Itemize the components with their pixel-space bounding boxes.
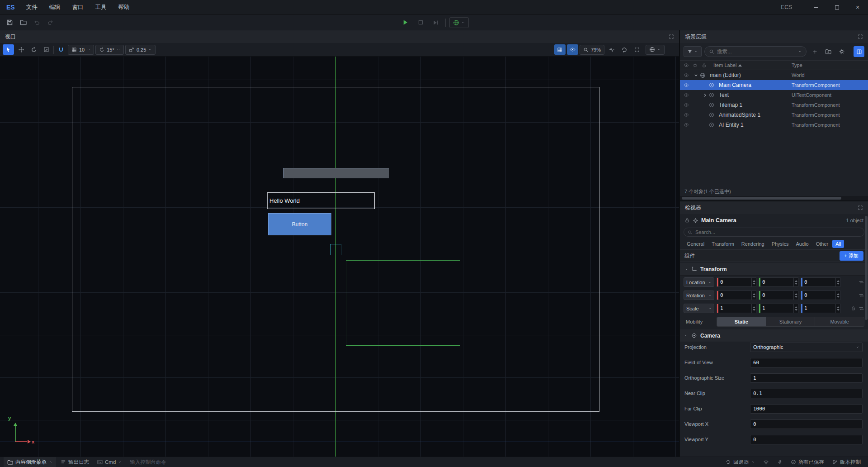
step-button[interactable]	[430, 17, 442, 28]
location-z-field[interactable]	[801, 277, 840, 287]
microphone-button[interactable]	[774, 459, 786, 465]
scale-snap-dropdown[interactable]: 0.25	[125, 45, 156, 55]
visibility-eye-icon[interactable]	[684, 112, 693, 118]
tab-audio[interactable]: Audio	[793, 240, 812, 248]
world-mode-dropdown[interactable]	[449, 17, 469, 28]
rotation-dropdown[interactable]: Rotation	[684, 291, 714, 300]
viewport-y-field[interactable]	[750, 435, 863, 444]
near-clip-field[interactable]	[750, 389, 863, 398]
save-status-button[interactable]: 所有已保存	[787, 459, 828, 466]
fov-input[interactable]	[753, 360, 859, 366]
column-type[interactable]: Type	[792, 62, 868, 68]
select-tool-button[interactable]	[3, 44, 14, 55]
visibility-eye-icon[interactable]	[684, 102, 693, 108]
ortho-size-field[interactable]	[750, 373, 863, 383]
hierarchy-row-tilemap[interactable]: Tilemap 1 TransformComponent	[680, 100, 868, 110]
inspector-search-input[interactable]	[695, 229, 860, 235]
scale-y-field[interactable]	[759, 304, 798, 313]
far-clip-input[interactable]	[753, 406, 859, 412]
hierarchy-maximize-button[interactable]	[858, 34, 863, 39]
visibility-column-icon[interactable]	[684, 62, 693, 68]
projection-select[interactable]: Orthographic	[750, 343, 863, 352]
scene-canvas[interactable]: Hello World Button x y	[0, 57, 679, 457]
spinner[interactable]	[793, 278, 798, 286]
fov-field[interactable]	[750, 358, 863, 367]
reset-scale-button[interactable]	[859, 305, 864, 311]
hierarchy-row-ai-entity[interactable]: AI Entity 1 TransformComponent	[680, 120, 868, 130]
hierarchy-row-main-camera[interactable]: Main Camera TransformComponent	[680, 80, 868, 90]
menu-file[interactable]: 文件	[20, 0, 43, 14]
spinner[interactable]	[751, 291, 756, 300]
favorite-column-icon[interactable]	[693, 63, 702, 68]
viewport-x-input[interactable]	[753, 421, 859, 427]
output-log-button[interactable]: 输出日志	[57, 457, 93, 467]
version-control-button[interactable]: 版本控制	[829, 459, 864, 466]
ortho-size-input[interactable]	[753, 375, 859, 381]
filter-dropdown[interactable]	[684, 46, 702, 57]
hierarchy-row-text[interactable]: Text UITextComponent	[680, 90, 868, 100]
menu-edit[interactable]: 编辑	[43, 0, 66, 14]
rotation-z-field[interactable]	[801, 291, 840, 300]
tab-general[interactable]: General	[684, 240, 708, 248]
visibility-eye-icon[interactable]	[684, 72, 693, 78]
open-button[interactable]	[17, 17, 29, 28]
hierarchy-search[interactable]	[704, 46, 807, 57]
transform-section-header[interactable]: Transform	[680, 263, 868, 276]
menu-help[interactable]: 帮助	[113, 0, 136, 14]
spinner[interactable]	[835, 304, 840, 313]
hierarchy-settings-button[interactable]	[836, 46, 847, 57]
location-x-input[interactable]	[718, 279, 751, 285]
network-status-button[interactable]	[760, 459, 773, 465]
near-clip-input[interactable]	[753, 391, 859, 396]
panel-layout-button[interactable]	[854, 46, 864, 57]
location-x-field[interactable]	[717, 277, 756, 287]
add-component-button[interactable]: + 添加	[840, 251, 863, 261]
console-command-input[interactable]: 输入控制台命令	[126, 457, 170, 467]
mobility-stationary-button[interactable]: Stationary	[766, 317, 816, 326]
move-tool-button[interactable]	[15, 44, 27, 55]
lock-column-icon[interactable]	[702, 63, 711, 68]
viewport-x-field[interactable]	[750, 419, 863, 429]
zoom-indicator[interactable]: 79%	[580, 45, 604, 55]
rotation-x-input[interactable]	[718, 292, 751, 298]
rotation-y-input[interactable]	[760, 292, 793, 298]
scale-z-field[interactable]	[801, 304, 840, 313]
mobility-movable-button[interactable]: Movable	[815, 317, 864, 326]
column-item-label[interactable]: Item Label	[711, 62, 792, 68]
add-folder-button[interactable]	[823, 46, 834, 57]
play-button[interactable]	[399, 17, 411, 28]
camera-section-header[interactable]: Camera	[680, 329, 868, 342]
stop-button[interactable]	[415, 17, 426, 28]
spinner[interactable]	[793, 291, 798, 300]
visibility-eye-icon[interactable]	[684, 92, 693, 98]
spinner[interactable]	[751, 278, 756, 286]
scrollbar-thumb[interactable]	[682, 197, 841, 200]
scale-x-field[interactable]	[717, 304, 756, 313]
view-mode-dropdown[interactable]	[646, 45, 665, 55]
location-y-input[interactable]	[760, 279, 793, 285]
hierarchy-search-input[interactable]	[717, 49, 796, 54]
selection-box[interactable]	[330, 244, 341, 255]
show-grid-toggle[interactable]	[554, 44, 566, 55]
reset-rotation-button[interactable]	[859, 292, 864, 298]
save-button[interactable]	[4, 17, 15, 28]
maximize-button[interactable]	[826, 0, 847, 14]
cmd-dropdown[interactable]: Cmd	[94, 457, 125, 467]
tab-rendering[interactable]: Rendering	[738, 240, 768, 248]
add-entity-button[interactable]	[809, 46, 820, 57]
rollback-dropdown[interactable]: 回退器	[722, 459, 759, 466]
slider-widget[interactable]	[283, 168, 389, 178]
stats-button[interactable]	[606, 44, 617, 55]
text-widget[interactable]: Hello World	[267, 192, 375, 209]
expand-collapse-icon[interactable]	[693, 73, 699, 77]
content-drawer-button[interactable]: 内容侧滑菜单	[4, 457, 56, 467]
viewport-y-input[interactable]	[753, 437, 859, 443]
tab-physics[interactable]: Physics	[769, 240, 792, 248]
uniform-scale-lock-button[interactable]	[851, 306, 856, 311]
hierarchy-horizontal-scrollbar[interactable]	[680, 196, 868, 200]
location-dropdown[interactable]: Location	[684, 277, 714, 287]
menu-window[interactable]: 窗口	[66, 0, 90, 14]
inspector-search[interactable]	[684, 228, 864, 237]
far-clip-field[interactable]	[750, 404, 863, 414]
redo-button[interactable]	[44, 17, 56, 28]
